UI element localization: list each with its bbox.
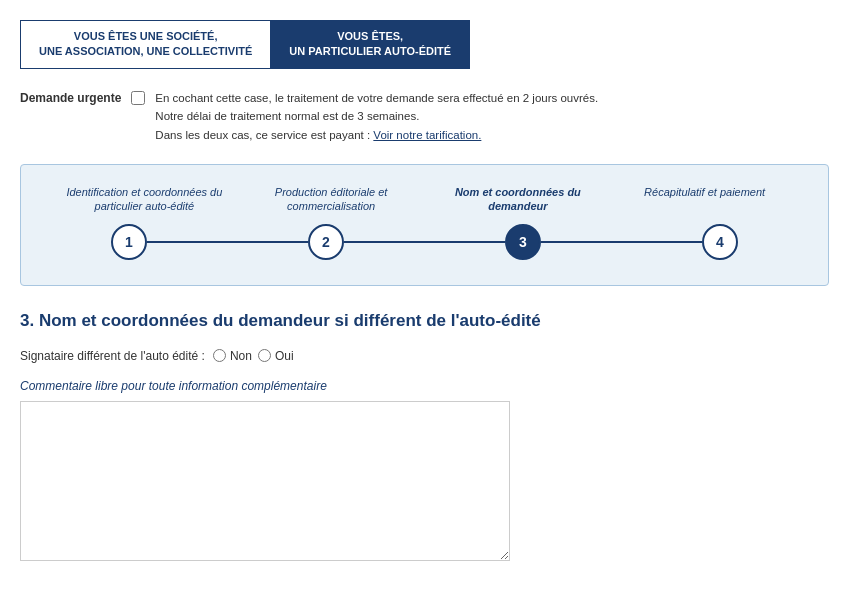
radio-oui-option: Oui: [258, 349, 294, 363]
section-title: 3. Nom et coordonnées du demandeur si di…: [20, 311, 829, 331]
radio-non-label: Non: [230, 349, 252, 363]
signataire-row: Signataire différent de l'auto édité : N…: [20, 349, 829, 363]
urgent-description: En cochant cette case, le traitement de …: [155, 89, 598, 144]
step-circle-3[interactable]: 3: [505, 224, 541, 260]
signataire-label: Signataire différent de l'auto édité :: [20, 349, 205, 363]
comment-label: Commentaire libre pour toute information…: [20, 379, 829, 393]
radio-group-signataire: Non Oui: [213, 349, 294, 363]
step-label-1: Identification et coordonnées du particu…: [51, 185, 238, 214]
step-line-3-4: [541, 241, 702, 243]
urgent-row: Demande urgente En cochant cette case, l…: [20, 89, 829, 144]
radio-non-option: Non: [213, 349, 252, 363]
step-label-2: Production éditoriale et commercialisati…: [238, 185, 425, 214]
step-line-1-2: [147, 241, 308, 243]
step-label-3: Nom et coordonnées du demandeur: [425, 185, 612, 214]
tarification-link[interactable]: Voir notre tarification.: [373, 129, 481, 141]
step-circle-2[interactable]: 2: [308, 224, 344, 260]
urgent-label: Demande urgente: [20, 91, 121, 105]
stepper-container: Identification et coordonnées du particu…: [20, 164, 829, 286]
radio-oui-label: Oui: [275, 349, 294, 363]
step-circle-4[interactable]: 4: [702, 224, 738, 260]
tab-particulier[interactable]: VOUS ÊTES, UN PARTICULIER AUTO-ÉDITÉ: [270, 20, 470, 69]
urgent-checkbox[interactable]: [131, 91, 145, 105]
comment-textarea[interactable]: [20, 401, 510, 561]
tab-societe[interactable]: VOUS ÊTES UNE SOCIÉTÉ, UNE ASSOCIATION, …: [20, 20, 270, 69]
step-line-2-3: [344, 241, 505, 243]
step-circle-1[interactable]: 1: [111, 224, 147, 260]
tab-container: VOUS ÊTES UNE SOCIÉTÉ, UNE ASSOCIATION, …: [20, 20, 829, 69]
stepper-labels: Identification et coordonnées du particu…: [51, 185, 798, 214]
radio-non-input[interactable]: [213, 349, 226, 362]
stepper-circles: 1 2 3 4: [51, 224, 798, 260]
radio-oui-input[interactable]: [258, 349, 271, 362]
comment-section: Commentaire libre pour toute information…: [20, 379, 829, 561]
step-label-4: Récapitulatif et paiement: [611, 185, 798, 214]
